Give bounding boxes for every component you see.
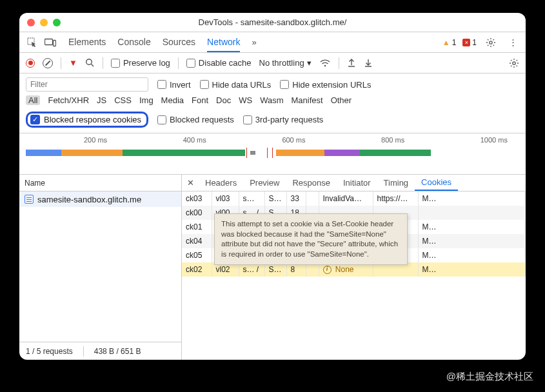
svg-point-9 (513, 61, 515, 64)
disable-cache-checkbox[interactable]: Disable cache (186, 58, 252, 68)
blocked-filters-row: Blocked response cookies Blocked request… (19, 109, 526, 133)
type-media[interactable]: Media (161, 95, 184, 105)
titlebar: DevTools - samesite-sandbox.glitch.me/ (19, 13, 526, 32)
main-tabs: Elements Console Sources Network (68, 33, 240, 52)
main-tabs-row: Elements Console Sources Network » ▲1 ×1… (19, 32, 526, 53)
timeline-overview[interactable]: 200 ms 400 ms 600 ms 800 ms 1000 ms (19, 133, 526, 175)
blocked-cookie-tooltip: This attempt to set a cookie via a Set-C… (214, 213, 408, 265)
type-img[interactable]: Img (139, 95, 154, 105)
type-manifest[interactable]: Manifest (291, 95, 322, 105)
svg-point-6 (324, 64, 326, 66)
cookies-table-container: ck03vl03s…S…33InvalidVa…https://…M…ck00v… (182, 191, 526, 360)
network-conditions-icon[interactable] (319, 59, 331, 68)
type-js[interactable]: JS (97, 95, 106, 105)
type-font[interactable]: Font (192, 95, 208, 105)
network-settings-icon[interactable] (509, 58, 519, 68)
more-tabs-icon[interactable]: » (252, 37, 256, 47)
type-other[interactable]: Other (331, 95, 352, 105)
tab-timing[interactable]: Timing (377, 175, 415, 191)
tab-console[interactable]: Console (117, 33, 150, 52)
blocked-response-cookies-checkbox[interactable]: Blocked response cookies (26, 112, 148, 128)
resource-type-filters: All Fetch/XHR JS CSS Img Media Font Doc … (19, 93, 526, 109)
tab-headers[interactable]: Headers (199, 175, 243, 191)
preserve-log-checkbox[interactable]: Preserve log (111, 58, 170, 68)
separator (178, 57, 179, 69)
upload-har-icon[interactable] (347, 58, 356, 68)
svg-point-4 (86, 59, 92, 65)
tab-network[interactable]: Network (207, 33, 240, 52)
record-icon[interactable] (26, 59, 35, 68)
timeline-bar (360, 150, 431, 156)
timeline-bar (123, 150, 245, 156)
type-all[interactable]: All (26, 95, 40, 105)
requests-column-header[interactable]: Name (19, 175, 181, 191)
type-fetch-xhr[interactable]: Fetch/XHR (48, 95, 89, 105)
device-toggle-icon[interactable] (43, 35, 58, 50)
hide-extension-urls-checkbox[interactable]: Hide extension URLs (280, 80, 371, 90)
request-row[interactable]: samesite-sandbox.glitch.me (19, 191, 181, 207)
details-tabs: ✕ Headers Preview Response Initiator Tim… (182, 175, 526, 191)
warning-badge[interactable]: ▲1 (442, 38, 457, 47)
svg-rect-1 (45, 39, 53, 44)
filter-funnel-icon[interactable]: ▼ (69, 58, 77, 68)
watermark: @稀土掘金技术社区 (446, 371, 533, 383)
document-icon (25, 195, 34, 204)
third-party-requests-checkbox[interactable]: 3rd-party requests (243, 115, 324, 124)
window-title: DevTools - samesite-sandbox.glitch.me/ (19, 17, 526, 27)
devtools-window: DevTools - samesite-sandbox.glitch.me/ E… (19, 13, 526, 360)
requests-pane: Name samesite-sandbox.glitch.me 1 / 5 re… (19, 175, 182, 360)
type-css[interactable]: CSS (114, 95, 132, 105)
separator (103, 57, 103, 69)
svg-line-5 (91, 64, 94, 67)
error-icon: × (462, 39, 470, 46)
request-name: samesite-sandbox.glitch.me (37, 195, 141, 204)
search-icon[interactable] (85, 58, 95, 68)
timeline-cursor (246, 148, 247, 158)
tab-initiator[interactable]: Initiator (337, 175, 377, 191)
warning-icon: ▲ (442, 38, 450, 47)
tab-preview[interactable]: Preview (243, 175, 286, 191)
timeline-bar (324, 150, 360, 156)
svg-point-3 (490, 41, 492, 43)
timeline-bar (250, 151, 255, 155)
timeline-bars (19, 148, 526, 158)
separator (339, 57, 339, 69)
tab-sources[interactable]: Sources (163, 33, 195, 52)
separator (61, 57, 61, 69)
status-bar: 1 / 5 requests 438 B / 651 B (19, 342, 181, 360)
kebab-menu-icon[interactable]: ⋮ (505, 35, 520, 50)
type-doc[interactable]: Doc (216, 95, 231, 105)
status-requests: 1 / 5 requests (26, 347, 73, 356)
close-details-icon[interactable]: ✕ (182, 178, 199, 188)
timeline-ticks: 200 ms 400 ms 600 ms 800 ms 1000 ms (19, 136, 526, 144)
tab-elements[interactable]: Elements (68, 33, 106, 52)
timeline-bar (26, 150, 61, 156)
download-har-icon[interactable] (364, 58, 373, 68)
chevron-down-icon: ▾ (307, 58, 312, 68)
invert-checkbox[interactable]: Invert (157, 80, 191, 90)
cookie-row[interactable]: ck03vl03s…S…33InvalidVa…https://…M… (182, 191, 526, 206)
blocked-requests-checkbox[interactable]: Blocked requests (157, 115, 234, 124)
network-toolbar: ▼ Preserve log Disable cache No throttli… (19, 53, 526, 74)
type-ws[interactable]: WS (239, 95, 252, 105)
timeline-cursor (272, 148, 273, 158)
clear-icon[interactable] (43, 58, 53, 68)
throttling-select[interactable]: No throttling ▾ (259, 58, 312, 68)
inspect-icon[interactable] (25, 35, 40, 50)
tabs-right-cluster: ▲1 ×1 ⋮ (442, 35, 520, 50)
status-bytes: 438 B / 651 B (94, 347, 141, 356)
settings-gear-icon[interactable] (483, 35, 499, 50)
tab-cookies[interactable]: Cookies (415, 175, 458, 191)
type-wasm[interactable]: Wasm (260, 95, 283, 105)
tab-response[interactable]: Response (286, 175, 337, 191)
checkbox-checked-icon (30, 115, 40, 124)
error-badge[interactable]: ×1 (462, 38, 477, 47)
timeline-bar (61, 150, 123, 156)
timeline-cursor (267, 148, 268, 158)
hide-data-urls-checkbox[interactable]: Hide data URLs (200, 80, 272, 90)
info-icon (323, 266, 332, 274)
filter-input[interactable] (26, 77, 148, 92)
svg-rect-2 (54, 40, 56, 46)
timeline-bar (276, 150, 324, 156)
main-split: Name samesite-sandbox.glitch.me 1 / 5 re… (19, 175, 526, 360)
